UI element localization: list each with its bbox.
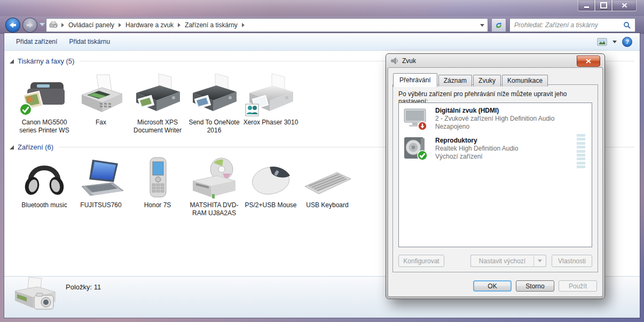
add-device-button[interactable]: Přidat zařízení: [16, 38, 57, 45]
device-item-honor[interactable]: Honor 7S: [129, 155, 186, 217]
printer-item-label: Xerox Phaser 3010: [244, 119, 299, 127]
breadcrumb-control-panel[interactable]: Ovládací panely: [65, 21, 117, 29]
set-default-split-button: Nastavit výchozí: [470, 255, 546, 267]
back-button[interactable]: [5, 18, 20, 33]
device-item-bluetooth-music[interactable]: Bluetooth music: [16, 155, 73, 217]
hdmi-monitor-icon: [403, 106, 428, 131]
printer-item-label: Microsoft XPS Document Writer: [130, 119, 185, 135]
search-input[interactable]: [510, 21, 623, 29]
set-default-dropdown[interactable]: [533, 255, 546, 267]
maximize-icon: [600, 2, 607, 9]
refresh-icon: [494, 21, 503, 29]
printer-item-onenote[interactable]: Send To OneNote 2016: [186, 73, 242, 135]
set-default-button[interactable]: Nastavit výchozí: [470, 255, 533, 267]
dvd-drive-icon: [189, 155, 240, 200]
device-item-label: FUJITSUS760: [80, 201, 121, 209]
sound-dialog-titlebar: Zvuk: [390, 54, 416, 68]
tab-recording[interactable]: Záznam: [438, 75, 472, 87]
properties-button[interactable]: Vlastnosti: [552, 255, 592, 267]
breadcrumb-separator-icon: [242, 23, 245, 27]
printer-item-label: Canon MG5500 series Printer WS: [17, 119, 72, 135]
tab-playback[interactable]: Přehrávání: [393, 73, 437, 87]
sound-dialog-body: Přehrávání Záznam Zvuky Komunikace Po vý…: [388, 68, 602, 296]
chevron-down-icon: [538, 260, 542, 262]
device-item-matshita[interactable]: MATSHITA DVD-RAM UJ8A2AS: [186, 155, 242, 217]
close-button[interactable]: [612, 0, 637, 11]
recent-pages-dropdown[interactable]: [40, 23, 45, 26]
device-description: 2 - Zvukové zařízení High Definition Aud…: [435, 115, 554, 123]
add-printer-button[interactable]: Přidat tiskárnu: [69, 38, 110, 45]
forward-button[interactable]: [22, 18, 37, 33]
ok-button[interactable]: OK: [473, 280, 512, 292]
speakers-icon: [403, 136, 428, 161]
breadcrumb-separator-icon: [61, 23, 64, 27]
device-item-label: Honor 7S: [144, 201, 171, 209]
items-count: Položky: 11: [66, 283, 101, 291]
device-item-keyboard[interactable]: USB Keyboard: [299, 155, 356, 217]
dialog-tabs: Přehrávání Záznam Zvuky Komunikace: [393, 73, 549, 87]
breadcrumb-hardware-sound[interactable]: Hardware a zvuk: [122, 21, 177, 29]
collapse-triangle-icon[interactable]: [10, 59, 14, 64]
collapse-triangle-icon[interactable]: [10, 145, 14, 150]
laptop-icon: [75, 155, 127, 200]
printer-item-label: Send To OneNote 2016: [186, 119, 242, 135]
playback-device-hdmi[interactable]: Digitální zvuk (HDMI) 2 - Zvukové zaříze…: [399, 103, 592, 133]
tab-sounds[interactable]: Zvuky: [473, 75, 501, 87]
device-name: Digitální zvuk (HDMI): [435, 107, 554, 115]
help-glyph: ?: [625, 38, 629, 45]
playback-device-speakers[interactable]: Reproduktory Realtek High Definition Aud…: [399, 133, 592, 163]
dialog-close-button[interactable]: [577, 56, 600, 67]
close-icon: [622, 3, 627, 8]
xps-printer-icon: [132, 73, 183, 117]
device-item-label: USB Keyboard: [306, 201, 348, 209]
view-dropdown-icon[interactable]: [612, 41, 617, 43]
xerox-printer-icon: [245, 73, 296, 117]
device-name: Reproduktory: [435, 137, 518, 145]
window-titlebar: [0, 0, 644, 17]
command-toolbar: Přidat zařízení Přidat tiskárnu ?: [4, 33, 640, 51]
device-description: Realtek High Definition Audio: [435, 145, 518, 153]
onenote-printer-icon: [189, 73, 240, 117]
sound-dialog: Zvuk Přehrávání Záznam Zvuky Komunikace …: [386, 53, 605, 299]
refresh-button[interactable]: [491, 18, 506, 32]
back-arrow-icon: [9, 22, 17, 28]
apply-button[interactable]: Použít: [559, 280, 597, 292]
printer-item-xerox[interactable]: Xerox Phaser 3010: [242, 73, 299, 135]
device-item-mouse[interactable]: PS/2+USB Mouse: [242, 155, 299, 217]
fax-icon: [75, 73, 127, 117]
forward-arrow-icon: [26, 22, 34, 28]
address-dropdown-icon[interactable]: [480, 24, 484, 27]
playback-tab-panel: Po výběru zařízení pro přehrávání níže m…: [392, 84, 598, 272]
address-bar[interactable]: Ovládací panely Hardware a zvuk Zařízení…: [46, 18, 488, 32]
device-status: Výchozí zařízení: [435, 153, 518, 161]
headphones-icon: [19, 155, 70, 200]
maximize-button[interactable]: [595, 0, 612, 11]
device-actions: Konfigurovat Nastavit výchozí Vlastnosti: [398, 255, 592, 267]
search-box: [509, 18, 635, 32]
configure-button[interactable]: Konfigurovat: [398, 255, 444, 267]
minimize-icon: [584, 6, 589, 8]
device-item-fujitsu[interactable]: FUJITSUS760: [73, 155, 129, 217]
minimize-button[interactable]: [578, 0, 595, 11]
printers-section-title: Tiskárny a faxy (5): [18, 57, 74, 65]
help-button[interactable]: ?: [622, 37, 632, 47]
dialog-footer: OK Storno Použít: [473, 280, 597, 292]
printer-item-canon[interactable]: Canon MG5500 series Printer WS: [16, 73, 73, 135]
volume-level-meter: [577, 134, 585, 169]
tab-communications[interactable]: Komunikace: [502, 75, 548, 87]
shared-users-badge: [245, 104, 259, 116]
canon-printer-icon: [19, 73, 70, 117]
breadcrumb-devices-printers[interactable]: Zařízení a tiskárny: [182, 21, 241, 29]
device-status: Nezapojeno: [435, 123, 554, 131]
devices-section-title: Zařízení (6): [18, 143, 53, 151]
window-controls: [578, 0, 637, 11]
location-icon: [46, 21, 60, 29]
playback-device-list: Digitální zvuk (HDMI) 2 - Zvukové zaříze…: [398, 103, 592, 247]
printer-item-xps[interactable]: Microsoft XPS Document Writer: [129, 73, 186, 135]
breadcrumb-separator-icon: [119, 23, 121, 27]
device-item-label: MATSHITA DVD-RAM UJ8A2AS: [186, 201, 242, 217]
close-icon: [586, 59, 591, 64]
view-options-icon[interactable]: [597, 38, 607, 46]
printer-item-fax[interactable]: Fax: [73, 73, 129, 135]
cancel-button[interactable]: Storno: [516, 280, 554, 292]
